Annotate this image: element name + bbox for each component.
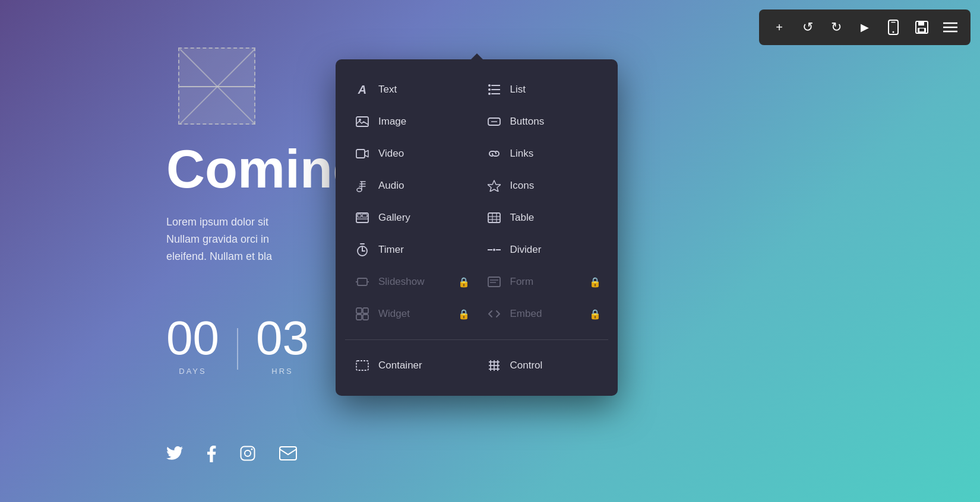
divider-label: Divider: [510, 244, 542, 256]
social-icons: [166, 446, 297, 466]
links-label: Links: [510, 148, 534, 160]
menu-grid-bottom: Container Control: [336, 345, 618, 386]
svg-rect-53: [363, 314, 368, 320]
placeholder-image: [178, 47, 255, 125]
redo-button[interactable]: ↻: [823, 14, 849, 40]
slideshow-lock-icon: 🔒: [458, 277, 470, 288]
menu-item-audio[interactable]: Audio: [345, 170, 477, 202]
menu-item-embed: Embed 🔒: [477, 298, 609, 330]
svg-rect-44: [358, 278, 367, 285]
email-icon[interactable]: [279, 446, 297, 466]
icons-icon: [486, 178, 502, 193]
menu-item-table[interactable]: Table: [477, 202, 609, 234]
add-button[interactable]: +: [766, 14, 792, 40]
container-label: Container: [378, 360, 422, 371]
video-icon: [355, 146, 370, 161]
control-label: Control: [510, 360, 543, 371]
widget-icon: [355, 306, 370, 322]
control-icon: [486, 358, 502, 373]
gallery-label: Gallery: [378, 212, 410, 224]
list-icon: [486, 82, 502, 97]
svg-rect-24: [356, 150, 365, 158]
text-label: Text: [378, 84, 397, 96]
menu-item-links[interactable]: Links: [477, 138, 609, 170]
menu-item-icons[interactable]: Icons: [477, 170, 609, 202]
menu-item-video[interactable]: Video: [345, 138, 477, 170]
buttons-icon: [486, 114, 502, 129]
menu-item-gallery[interactable]: Gallery: [345, 202, 477, 234]
table-label: Table: [510, 212, 535, 224]
list-label: List: [510, 84, 526, 96]
menu-item-control[interactable]: Control: [477, 350, 609, 382]
svg-rect-29: [358, 214, 361, 217]
svg-rect-50: [356, 308, 362, 313]
form-label: Form: [510, 276, 534, 288]
days-number: 00: [166, 314, 219, 362]
mobile-preview-button[interactable]: [880, 14, 906, 40]
svg-point-12: [251, 449, 253, 450]
hrs-number: 03: [256, 314, 309, 362]
menu-item-text[interactable]: A Text: [345, 74, 477, 106]
toolbar: + ↺ ↻ ▶: [759, 9, 970, 45]
text-icon: A: [355, 82, 370, 97]
widget-label: Widget: [378, 308, 410, 320]
svg-point-43: [493, 249, 495, 251]
svg-rect-4: [918, 21, 924, 26]
hamburger-menu-button[interactable]: [937, 14, 963, 40]
menu-item-image[interactable]: Image: [345, 106, 477, 138]
menu-grid-main: A Text List: [336, 69, 618, 335]
svg-point-19: [488, 93, 491, 95]
form-lock-icon: 🔒: [589, 277, 601, 288]
save-button[interactable]: [909, 14, 935, 40]
facebook-icon[interactable]: [207, 446, 216, 466]
menu-item-timer[interactable]: Timer: [345, 234, 477, 266]
embed-icon: [486, 306, 502, 322]
svg-rect-13: [280, 447, 296, 460]
menu-item-buttons[interactable]: Buttons: [477, 106, 609, 138]
undo-button[interactable]: ↺: [795, 14, 821, 40]
countdown-divider: [237, 328, 238, 370]
image-label: Image: [378, 116, 406, 128]
audio-label: Audio: [378, 180, 404, 192]
embed-label: Embed: [510, 308, 542, 320]
svg-point-18: [488, 88, 491, 91]
play-button[interactable]: ▶: [852, 14, 878, 40]
image-icon: [355, 114, 370, 129]
divider-icon: [486, 242, 502, 258]
menu-item-form: Form 🔒: [477, 266, 609, 298]
timer-label: Timer: [378, 244, 404, 256]
hrs-label: HRS: [256, 367, 309, 376]
svg-point-25: [357, 188, 362, 192]
widget-lock-icon: 🔒: [458, 309, 470, 320]
svg-rect-51: [363, 308, 368, 313]
menu-item-container[interactable]: Container: [345, 350, 477, 382]
placeholder-cross-icon: [179, 49, 254, 123]
form-icon: [486, 274, 502, 290]
timer-icon: [355, 242, 370, 258]
links-icon: [486, 146, 502, 161]
svg-point-1: [893, 31, 894, 33]
add-element-dropdown: A Text List: [336, 59, 618, 396]
svg-rect-30: [362, 214, 367, 217]
slideshow-label: Slideshow: [378, 276, 425, 288]
lorem-text: Lorem ipsum dolor sit Nullam gravida orc…: [166, 214, 272, 265]
table-icon: [486, 210, 502, 225]
svg-rect-32: [488, 213, 500, 223]
svg-rect-52: [356, 314, 362, 320]
days-block: 00 DAYS: [166, 314, 219, 376]
instagram-icon[interactable]: [240, 446, 255, 466]
menu-item-list[interactable]: List: [477, 74, 609, 106]
gallery-icon: [355, 210, 370, 225]
twitter-icon[interactable]: [166, 446, 183, 466]
svg-marker-27: [488, 180, 501, 192]
svg-rect-54: [356, 361, 368, 370]
slideshow-icon: [355, 274, 370, 290]
svg-rect-47: [488, 277, 500, 287]
menu-section-divider: [345, 339, 608, 340]
icons-label: Icons: [510, 180, 535, 192]
countdown: 00 DAYS 03 HRS: [166, 314, 309, 376]
buttons-label: Buttons: [510, 116, 545, 128]
embed-lock-icon: 🔒: [589, 309, 601, 320]
menu-item-divider[interactable]: Divider: [477, 234, 609, 266]
svg-rect-6: [919, 28, 924, 31]
